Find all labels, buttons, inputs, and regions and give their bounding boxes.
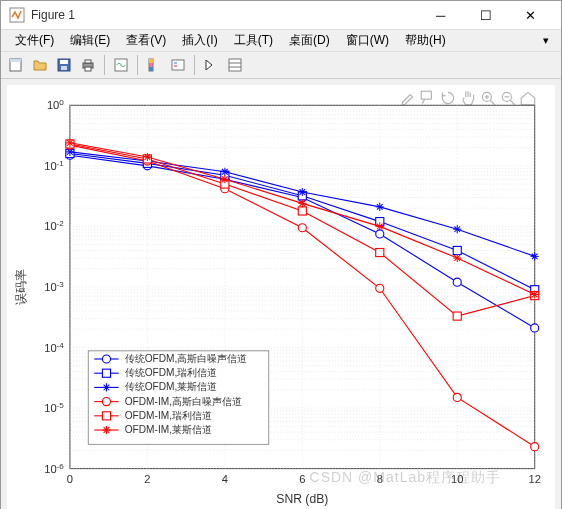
menu-tools[interactable]: 工具(T) [226,30,281,51]
close-button[interactable]: ✕ [508,1,553,29]
svg-point-112 [531,324,539,332]
menu-file[interactable]: 文件(F) [7,30,62,51]
rotate-icon[interactable] [439,89,457,107]
svg-text:误码率: 误码率 [14,269,28,305]
open-property-inspector-icon[interactable] [224,54,246,76]
edit-plot-icon[interactable] [200,54,222,76]
svg-point-204 [102,398,110,406]
print-icon[interactable] [77,54,99,76]
svg-point-111 [453,278,461,286]
open-icon[interactable] [29,54,51,76]
axes[interactable]: 02468101210-610-510-410-310-210-1100SNR … [7,85,555,509]
svg-text:12: 12 [528,473,540,485]
restore-view-icon[interactable] [519,89,537,107]
menu-edit[interactable]: 编辑(E) [62,30,118,51]
svg-point-110 [376,230,384,238]
svg-rect-11 [149,59,153,63]
svg-text:10-4: 10-4 [44,340,64,354]
insert-legend-icon[interactable] [167,54,189,76]
toolbar-separator [104,55,105,75]
menu-view[interactable]: 查看(V) [118,30,174,51]
window-title: Figure 1 [31,8,418,22]
menu-insert[interactable]: 插入(I) [174,30,225,51]
svg-text:8: 8 [377,473,383,485]
minimize-button[interactable]: ─ [418,1,463,29]
svg-line-21 [490,100,495,105]
toolbar-separator [194,55,195,75]
svg-text:0: 0 [67,473,73,485]
svg-rect-12 [149,67,153,71]
title-bar: Figure 1 ─ ☐ ✕ [1,1,561,30]
svg-text:OFDM-IM,莱斯信道: OFDM-IM,莱斯信道 [125,424,212,435]
menu-window[interactable]: 窗口(W) [338,30,397,51]
svg-point-192 [102,355,110,363]
svg-text:SNR (dB): SNR (dB) [276,492,328,506]
figure-window: Figure 1 ─ ☐ ✕ 文件(F) 编辑(E) 查看(V) 插入(I) 工… [0,0,562,509]
svg-rect-159 [376,248,384,256]
svg-point-153 [453,393,461,401]
plot-container: 02468101210-610-510-410-310-210-1100SNR … [1,79,561,509]
new-figure-icon[interactable] [5,54,27,76]
svg-point-152 [376,284,384,292]
svg-rect-195 [102,369,110,377]
data-tips-icon[interactable] [419,89,437,107]
svg-point-154 [531,443,539,451]
svg-text:OFDM-IM,高斯白噪声信道: OFDM-IM,高斯白噪声信道 [125,396,242,407]
maximize-button[interactable]: ☐ [463,1,508,29]
svg-point-151 [298,224,306,232]
svg-text:2: 2 [144,473,150,485]
svg-rect-4 [60,60,68,64]
menu-bar: 文件(F) 编辑(E) 查看(V) 插入(I) 工具(T) 桌面(D) 窗口(W… [1,30,561,52]
svg-rect-158 [298,207,306,215]
zoom-out-icon[interactable] [499,89,517,107]
axes-toolbar [399,89,537,107]
svg-text:10-3: 10-3 [44,280,64,294]
svg-text:10-1: 10-1 [44,158,64,172]
svg-rect-5 [61,66,67,70]
svg-rect-7 [85,60,91,63]
svg-rect-118 [453,246,461,254]
svg-text:10-2: 10-2 [44,219,64,233]
pan-icon[interactable] [459,89,477,107]
svg-rect-2 [10,59,21,62]
toolbar-separator [137,55,138,75]
menu-help[interactable]: 帮助(H) [397,30,454,51]
svg-rect-160 [453,312,461,320]
svg-text:传统OFDM,瑞利信道: 传统OFDM,瑞利信道 [125,367,218,378]
svg-text:传统OFDM,高斯白噪声信道: 传统OFDM,高斯白噪声信道 [125,353,248,364]
toolbar [1,52,561,79]
svg-text:4: 4 [222,473,228,485]
svg-rect-13 [172,60,184,70]
svg-line-25 [510,100,515,105]
svg-text:100: 100 [47,98,64,112]
link-plot-icon[interactable] [110,54,132,76]
menu-overflow-icon[interactable]: ▾ [537,34,555,47]
insert-colorbar-icon[interactable] [143,54,165,76]
svg-text:10: 10 [451,473,463,485]
save-icon[interactable] [53,54,75,76]
svg-text:10-5: 10-5 [44,401,64,415]
svg-text:OFDM-IM,瑞利信道: OFDM-IM,瑞利信道 [125,410,212,421]
svg-rect-8 [85,67,91,71]
brush-icon[interactable] [399,89,417,107]
zoom-in-icon[interactable] [479,89,497,107]
menu-desktop[interactable]: 桌面(D) [281,30,338,51]
matlab-figure-icon [9,7,25,23]
svg-text:10-6: 10-6 [44,461,64,475]
svg-rect-19 [421,91,431,99]
svg-rect-207 [102,412,110,420]
svg-text:传统OFDM,莱斯信道: 传统OFDM,莱斯信道 [125,381,218,392]
svg-text:6: 6 [299,473,305,485]
svg-rect-16 [229,59,241,71]
